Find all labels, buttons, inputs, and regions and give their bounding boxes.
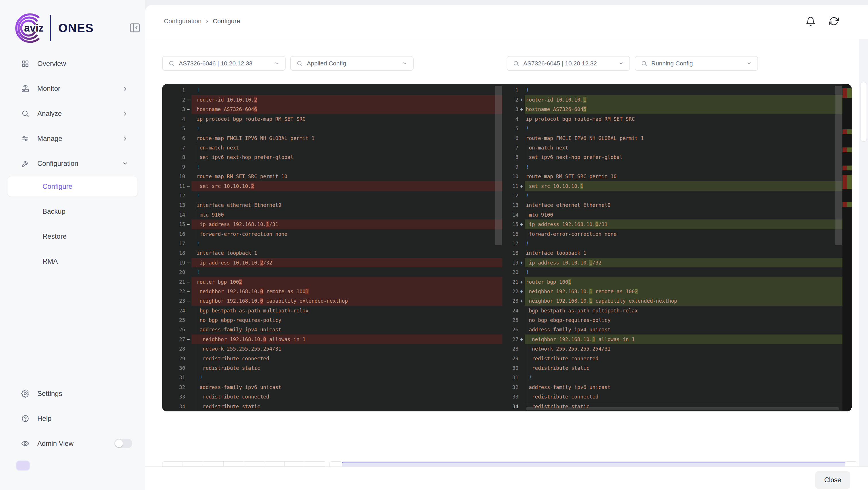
- diff-line: 29 redistribute connected: [162, 354, 502, 363]
- config-type-select-right[interactable]: Running Config: [634, 56, 758, 71]
- config-type-select-left[interactable]: Applied Config: [290, 56, 414, 71]
- diff-line: 10route-map RM_SET_SRC permit 10: [162, 172, 502, 181]
- sidebar-subitem-configure[interactable]: Configure: [7, 176, 137, 197]
- sidebar-subitem-label: Restore: [42, 232, 67, 240]
- sidebar-item-monitor[interactable]: Monitor: [0, 76, 145, 101]
- sidebar-item-label: Help: [37, 415, 51, 423]
- diff-line: 15+ ip address 192.168.10.0/31: [502, 220, 842, 229]
- device-select-left-value: AS7326-6046 | 10.20.12.33: [179, 60, 253, 67]
- search-icon: [297, 60, 303, 67]
- brand-divider: [50, 15, 51, 41]
- diff-line: 8 set ipv6 next-hop prefer-global: [502, 153, 842, 162]
- wrench-icon: [21, 159, 30, 168]
- aviz-logo-icon: aviz: [14, 12, 46, 44]
- sidebar-collapse-button[interactable]: [129, 22, 141, 34]
- breadcrumb-current-page: Configure: [213, 18, 240, 25]
- sidebar-item-settings[interactable]: Settings: [0, 381, 145, 406]
- sidebar-bottom-nav: Settings Help Admin View: [0, 381, 145, 456]
- sidebar-item-label: Overview: [37, 60, 66, 68]
- breadcrumb-separator-icon: ›: [206, 18, 208, 25]
- diff-line: 5!: [502, 124, 842, 133]
- close-button[interactable]: Close: [815, 471, 850, 489]
- diff-line: 19− ip address 10.10.10.2/32: [162, 258, 502, 267]
- bottom-sheet-cells: [162, 461, 325, 466]
- diff-line: 18interface loopback 1: [502, 249, 842, 258]
- sidebar-subitem-rma[interactable]: RMA: [0, 249, 145, 274]
- overview-ruler: [842, 84, 851, 412]
- diff-line: 11− set src 10.10.10.2: [162, 181, 502, 191]
- app-root: aviz ONES Overview: [0, 0, 868, 490]
- sidebar-subitem-label: RMA: [42, 257, 58, 265]
- diff-line: 13interface ethernet Ethernet9: [502, 200, 842, 210]
- chevron-down-icon: [619, 61, 624, 66]
- sidebar-subitem-backup[interactable]: Backup: [0, 199, 145, 224]
- sidebar-divider: [0, 458, 145, 458]
- diff-line: 12!: [162, 191, 502, 200]
- avatar: [16, 461, 30, 470]
- bottom-sheet-tab: [329, 461, 342, 467]
- sidebar-item-label: Configuration: [37, 160, 79, 167]
- diff-line: 18interface loopback 1: [162, 249, 502, 258]
- device-select-right[interactable]: AS7326-6045 | 10.20.12.32: [507, 56, 630, 71]
- diff-line: 17!: [162, 239, 502, 248]
- diff-line: 26 address-family ipv4 unicast: [502, 325, 842, 334]
- diff-line: 30 redistribute static: [502, 363, 842, 373]
- dashboard-grid-icon: [21, 59, 30, 68]
- sidebar-item-help[interactable]: Help: [0, 406, 145, 431]
- diff-line: 6route-map FMCLI_IPV6_NH_GLOBAL permit 1: [162, 133, 502, 143]
- sidebar-item-configuration[interactable]: Configuration: [0, 151, 145, 176]
- bell-icon: [805, 17, 816, 27]
- sidebar-item-label: Admin View: [37, 439, 73, 448]
- sidebar-item-manage[interactable]: Manage: [0, 126, 145, 151]
- page-scrollbar-thumb[interactable]: [860, 82, 867, 141]
- diff-line: 20!: [162, 267, 502, 277]
- router-monitor-icon: [21, 84, 30, 93]
- sidebar-subitem-restore[interactable]: Restore: [0, 224, 145, 249]
- diff-pane-modified: 1!2+router-id 10.10.10.13+hostname AS732…: [502, 84, 851, 412]
- breadcrumb-section[interactable]: Configuration: [164, 18, 202, 25]
- sidebar-item-analyze[interactable]: Analyze: [0, 101, 145, 126]
- right-editor-scrollbar[interactable]: [835, 86, 842, 245]
- notifications-button[interactable]: [805, 17, 816, 27]
- right-editor-horizontal-scrollbar[interactable]: [526, 407, 839, 410]
- page-scrollbar[interactable]: [859, 39, 868, 466]
- diff-line: 26 address-family ipv4 unicast: [162, 325, 502, 334]
- config-type-select-right-value: Running Config: [651, 60, 693, 67]
- sidebar: aviz ONES Overview: [0, 0, 145, 490]
- sidebar-item-label: Analyze: [37, 109, 62, 118]
- left-editor-scrollbar[interactable]: [495, 86, 502, 245]
- device-select-right-value: AS7326-6045 | 10.20.12.32: [523, 60, 597, 67]
- diff-line: 2−router-id 10.10.10.2: [162, 95, 502, 104]
- refresh-button[interactable]: [829, 17, 839, 27]
- admin-view-toggle[interactable]: [114, 439, 132, 448]
- ruler-change-mark: [842, 148, 851, 152]
- page-header: Configuration › Configure: [145, 5, 868, 39]
- diff-line: 23+ neighbor 192.168.10.1 capability ext…: [502, 296, 842, 306]
- search-analyze-icon: [21, 109, 30, 118]
- diff-line: 4ip protocol bgp route-map RM_SET_SRC: [502, 114, 842, 124]
- ruler-change-mark: [842, 129, 851, 134]
- diff-pane-original: 1!2−router-id 10.10.10.23−hostname AS732…: [162, 84, 502, 412]
- sidebar-item-admin-view[interactable]: Admin View: [0, 431, 145, 456]
- help-circle-icon: [21, 414, 30, 423]
- diff-line: 21+router bgp 1001: [502, 277, 842, 287]
- dialog-footer: Close: [145, 466, 868, 490]
- device-select-left[interactable]: AS7326-6046 | 10.20.12.33: [162, 56, 286, 71]
- breadcrumb: Configuration › Configure: [164, 18, 240, 25]
- ruler-change-mark: [842, 166, 851, 170]
- diff-line: 20!: [502, 267, 842, 277]
- chevron-down-icon: [402, 61, 407, 66]
- brand-product-name: ONES: [58, 21, 94, 35]
- diff-line: 24 bgp bestpath as-path multipath-relax: [502, 306, 842, 315]
- diff-line: 33 redistribute connected: [502, 392, 842, 402]
- diff-line: 1!: [162, 86, 502, 95]
- diff-line: 12!: [502, 191, 842, 200]
- ruler-change-mark: [842, 202, 851, 207]
- diff-line: 5!: [162, 124, 502, 133]
- diff-line: 32 address-family ipv6 unicast: [162, 383, 502, 392]
- diff-line: 34 redistribute static: [162, 402, 502, 411]
- search-icon: [168, 60, 175, 67]
- diff-line: 27+ neighbor 192.168.10.1 allowas-in 1: [502, 334, 842, 344]
- sidebar-item-overview[interactable]: Overview: [0, 51, 145, 76]
- bottom-sheet-notch: [845, 461, 857, 467]
